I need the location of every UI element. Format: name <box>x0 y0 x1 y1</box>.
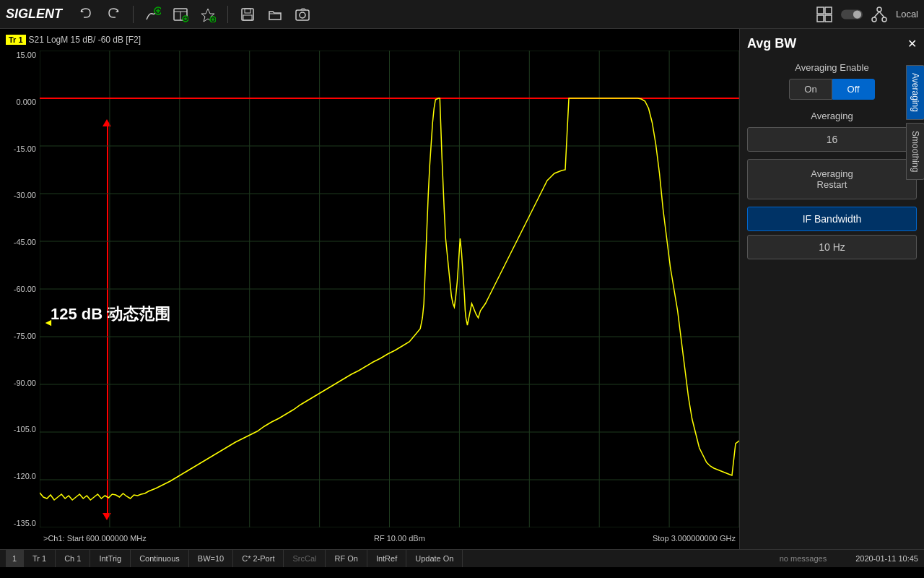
status-intref[interactable]: IntRef <box>367 550 406 567</box>
y-label-1: 0.000 <box>0 98 40 106</box>
svg-line-21 <box>879 12 884 17</box>
y-label-10: -135.0 <box>0 519 40 527</box>
averaging-restart-line2: Restart <box>754 179 910 190</box>
svg-point-10 <box>300 12 305 18</box>
panel-tabs: Averaging Smoothing <box>906 65 924 181</box>
status-messages: no messages <box>765 554 841 563</box>
svg-rect-12 <box>825 7 832 14</box>
save-button[interactable] <box>237 4 258 25</box>
svg-rect-9 <box>296 10 309 20</box>
off-button[interactable]: Off <box>832 79 875 100</box>
svg-rect-8 <box>243 15 252 20</box>
status-srccal[interactable]: SrcCal <box>284 550 326 567</box>
status-sweep[interactable]: Continuous <box>131 550 189 567</box>
local-label: Local <box>896 9 918 20</box>
toggle-row: On Off <box>747 79 917 100</box>
main-content: Tr 1 S21 LogM 15 dB/ -60 dB [F2] 15.00 0… <box>0 29 924 549</box>
svg-rect-13 <box>817 15 824 22</box>
on-button[interactable]: On <box>789 79 832 100</box>
status-bw[interactable]: BW=10 <box>189 550 233 567</box>
undo-button[interactable] <box>75 4 97 25</box>
status-update[interactable]: Update On <box>406 550 463 567</box>
y-label-7: -90.00 <box>0 379 40 387</box>
averaging-value[interactable]: 16 <box>747 127 917 152</box>
averaging-enable-label: Averaging Enable <box>747 62 917 73</box>
channel-number: 1 <box>6 550 24 567</box>
y-label-3: -30.00 <box>0 191 40 199</box>
status-channel[interactable]: Ch 1 <box>56 550 90 567</box>
y-label-6: -75.00 <box>0 332 40 340</box>
svg-line-20 <box>874 12 879 17</box>
tab-averaging[interactable]: Averaging <box>906 65 924 120</box>
averaging-restart-line1: Averaging <box>754 168 910 179</box>
grid-icon[interactable] <box>814 4 835 25</box>
freq-center: RF 10.00 dBm <box>374 534 425 543</box>
y-label-8: -105.0 <box>0 425 40 434</box>
status-bar: 1 Tr 1 Ch 1 IntTrig Continuous BW=10 C* … <box>0 549 924 567</box>
y-label-0: 15.00 <box>0 51 40 59</box>
trace-info: S21 LogM 15 dB/ -60 dB [F2] <box>29 35 141 45</box>
y-label-2: -15.00 <box>0 144 40 153</box>
chart-canvas <box>40 51 739 527</box>
network-icon[interactable] <box>868 4 890 25</box>
trace-label: Tr 1 S21 LogM 15 dB/ -60 dB [F2] <box>6 35 141 45</box>
add-marker-button[interactable] <box>197 4 219 25</box>
panel-title: Avg BW <box>747 36 796 51</box>
status-trigger[interactable]: IntTrig <box>90 550 131 567</box>
app-logo: SIGLENT <box>6 7 62 22</box>
y-label-5: -60.00 <box>0 285 40 293</box>
freq-bar: >Ch1: Start 600.000000 MHz RF 10.00 dBm … <box>40 527 739 549</box>
redo-button[interactable] <box>103 4 124 25</box>
status-port[interactable]: C* 2-Port <box>233 550 284 567</box>
svg-point-16 <box>853 10 861 18</box>
status-rf[interactable]: RF On <box>326 550 367 567</box>
if-bandwidth-label: IF Bandwidth <box>754 213 910 225</box>
y-label-9: -120.0 <box>0 472 40 480</box>
svg-point-18 <box>872 17 876 22</box>
status-trace[interactable]: Tr 1 <box>24 550 56 567</box>
panel-header: Avg BW ✕ <box>747 36 917 51</box>
if-bandwidth-button[interactable]: IF Bandwidth <box>747 207 917 231</box>
averaging-restart-button[interactable]: Averaging Restart <box>747 159 917 199</box>
y-label-4: -45.00 <box>0 238 40 246</box>
toolbar: SIGLENT <box>0 0 924 29</box>
svg-rect-14 <box>825 15 832 22</box>
right-panel: Avg BW ✕ Averaging Smoothing Averaging E… <box>740 29 924 549</box>
svg-rect-11 <box>817 7 824 14</box>
svg-point-17 <box>877 7 881 12</box>
svg-rect-7 <box>245 9 250 13</box>
if-bandwidth-value[interactable]: 10 Hz <box>747 235 917 259</box>
freq-stop: Stop 3.000000000 GHz <box>653 534 736 543</box>
svg-point-19 <box>882 17 886 22</box>
screenshot-button[interactable] <box>292 4 313 25</box>
status-datetime: 2020-01-11 10:45 <box>841 554 918 563</box>
chart-area: Tr 1 S21 LogM 15 dB/ -60 dB [F2] 15.00 0… <box>0 29 740 549</box>
add-window-button[interactable] <box>170 4 191 25</box>
open-button[interactable] <box>264 4 286 25</box>
trace-badge: Tr 1 <box>6 35 26 45</box>
toolbar-right: Local <box>814 4 918 25</box>
add-trace-button[interactable] <box>142 4 164 25</box>
tab-smoothing[interactable]: Smoothing <box>906 123 924 180</box>
y-axis: 15.00 0.000 -15.00 -30.00 -45.00 -60.00 … <box>0 51 40 527</box>
freq-start: >Ch1: Start 600.000000 MHz <box>43 534 147 543</box>
toggle-switch-icon[interactable] <box>841 4 863 25</box>
panel-close-button[interactable]: ✕ <box>907 37 917 51</box>
chart-svg <box>40 51 739 527</box>
averaging-label: Averaging <box>747 111 917 121</box>
